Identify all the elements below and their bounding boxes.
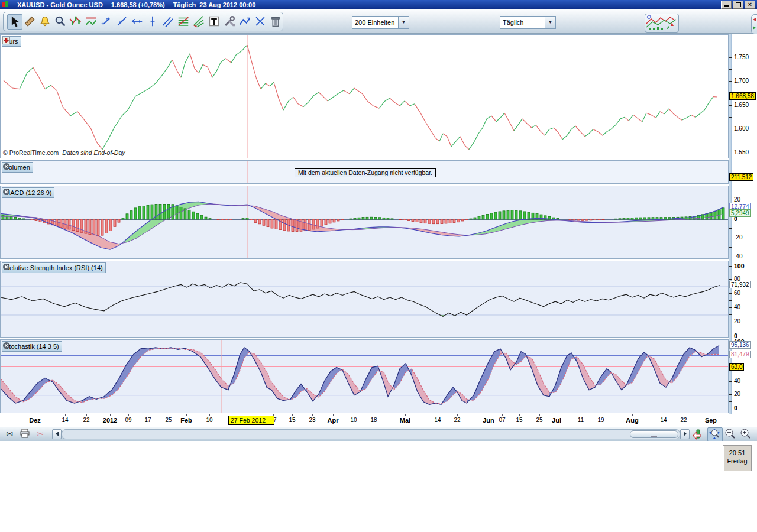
fibonacci-tool-button[interactable] [176, 14, 192, 30]
resistance-line-tool-button[interactable] [84, 14, 99, 30]
macd-chart[interactable] [1, 186, 728, 258]
magnifier-icon [54, 15, 67, 28]
units-value: 200 Einheiten [352, 19, 398, 26]
window-titlebar: XAUUSD - Gold Ounce USD 1.668,58 (+0,78%… [0, 0, 757, 9]
scroll-left-button[interactable] [52, 429, 62, 439]
close-icon[interactable] [2, 263, 10, 271]
channel-icon [161, 15, 174, 28]
panel-rsi: Relative Strength Index (RSI) (14) [0, 261, 729, 338]
rsi-panel-tab: Relative Strength Index (RSI) (14) [2, 262, 106, 273]
ruler-tool-button[interactable] [22, 14, 38, 30]
chevron-down-icon[interactable]: ▼ [545, 17, 555, 28]
cut-button[interactable]: ✂ [34, 428, 46, 440]
close-button[interactable]: × [745, 1, 755, 9]
print-button[interactable] [19, 428, 31, 440]
y-axis-label: 20 [734, 196, 740, 203]
x-axis-label: 18 [370, 417, 377, 423]
x-axis-tick [684, 414, 684, 416]
x-axis-label: 15 [516, 417, 522, 423]
zoom-out-button[interactable] [723, 427, 738, 442]
x-axis-label: Jul [552, 417, 561, 424]
magnifier-tool-button[interactable] [53, 14, 69, 30]
restore-button[interactable] [733, 1, 743, 9]
y-axis-tick [729, 266, 732, 267]
alarm-bell-icon [38, 15, 51, 28]
zoom-cursor-button[interactable] [707, 427, 723, 442]
clock-time: 20:51 [723, 449, 751, 456]
chevron-down-icon[interactable]: ▼ [398, 17, 409, 28]
x-axis-label: 07 [499, 417, 505, 423]
cross-lines-tool-button[interactable] [253, 14, 268, 30]
text-tool-tool-button[interactable] [207, 14, 222, 30]
arrow-left-icon [53, 432, 59, 436]
y-axis-label: -40 [734, 253, 742, 259]
candlestick-pattern-tool-button[interactable] [69, 14, 84, 30]
y-axis-label: 60 [734, 290, 740, 296]
y-axis-tick [729, 247, 732, 248]
close-icon[interactable] [2, 342, 10, 349]
vertical-line-tool-button[interactable] [145, 14, 161, 30]
price-chart[interactable] [1, 35, 728, 158]
pitchfork-tool-button[interactable] [192, 14, 207, 30]
channel-tool-button[interactable] [161, 14, 176, 30]
x-axis-label: Apr [328, 417, 339, 424]
period-value: Täglich [500, 19, 545, 26]
horizontal-line-tool-button[interactable] [130, 14, 145, 30]
email-icon: ✉ [6, 429, 13, 439]
panel-stochastik: Stochastik (14 3 5) [0, 339, 729, 413]
y-axis-label: 0 [734, 404, 737, 411]
chart-style-button[interactable] [645, 14, 679, 33]
scroll-right-button[interactable] [680, 429, 690, 439]
y-axis-tick [729, 129, 732, 129]
stochastik-panel-tab: Stochastik (14 3 5) [2, 341, 62, 352]
period-dropdown[interactable]: Täglich ▼ [500, 16, 556, 29]
panel-expander-button[interactable] [751, 14, 757, 34]
cursor-tool-button[interactable] [7, 14, 22, 30]
macd-panel-title: MACD (12 26 9) [5, 189, 51, 196]
close-icon[interactable] [2, 188, 10, 196]
y-axis-tick [729, 388, 732, 388]
alarm-bell-tool-button[interactable] [38, 14, 53, 30]
text-tool-icon [208, 15, 221, 28]
chart-scrollbar[interactable] [62, 429, 680, 439]
x-axis-tick [711, 414, 711, 416]
email-button[interactable]: ✉ [4, 428, 15, 440]
x-axis-tick [374, 414, 374, 416]
y-axis-tick [729, 141, 732, 141]
minimize-icon [724, 5, 729, 7]
units-dropdown[interactable]: 200 Einheiten ▼ [352, 16, 409, 29]
trash-tool-button[interactable] [268, 14, 284, 30]
close-icon[interactable] [2, 163, 10, 170]
bottom-toolbar: ✉ ✂ [0, 427, 757, 442]
rsi-panel-title: Relative Strength Index (RSI) (14) [5, 264, 103, 271]
candlestick-pattern-icon [69, 15, 82, 28]
tools-tool-button[interactable] [222, 14, 238, 30]
grip-icon [651, 433, 657, 437]
panel-macd: MACD (12 26 9) [0, 186, 729, 259]
chart-style-icon [645, 14, 677, 31]
x-axis-label: 2012 [103, 417, 117, 424]
y-axis-tick [729, 69, 732, 70]
trend-line-tool-button[interactable] [115, 14, 130, 30]
workspace-area: 20:51 Freitag [0, 441, 757, 532]
y-axis-value-badge: 63,0 [729, 363, 744, 371]
y-axis-tick [729, 105, 732, 106]
minimize-button[interactable] [721, 1, 732, 9]
x-axis-tick [502, 414, 503, 416]
stochastic-chart[interactable] [1, 340, 728, 413]
zoom-in-button[interactable] [738, 427, 753, 442]
panel-volumen: Volumen Mit dem aktuellen Daten-Zugang n… [0, 160, 729, 184]
x-axis-label: Aug [626, 417, 638, 424]
move-down-icon[interactable] [2, 37, 10, 44]
title-period-datetime: Täglich 23 Aug 2012 00:00 [173, 1, 256, 8]
scrollbar-thumb[interactable] [630, 430, 678, 438]
window-controls: × [721, 1, 755, 9]
small-segment-tool-button[interactable] [99, 14, 115, 30]
y-axis-tick [729, 273, 732, 273]
y-axis-value-box: 5,2949 [729, 209, 751, 217]
x-axis-label: 15 [289, 417, 295, 423]
rsi-chart[interactable] [1, 261, 728, 337]
zigzag-tool-button[interactable] [238, 14, 253, 30]
chart-settings-button[interactable] [691, 427, 706, 442]
y-axis-label: 40 [734, 304, 740, 310]
